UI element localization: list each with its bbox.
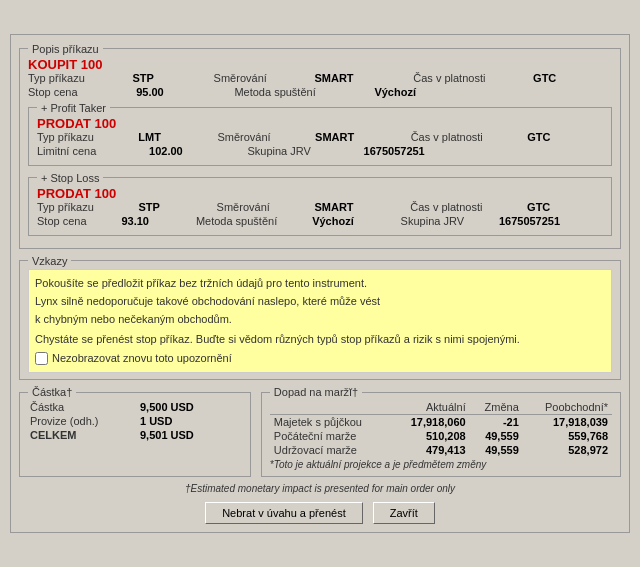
main-row2: Stop cena 95.00 Metoda spuštění Výchozí [28,86,612,98]
dopad-aktualni-2: 479,413 [391,443,470,457]
sl-stop-val: 93.10 [121,215,179,227]
dopad-aktualni-0: 17,918,060 [391,415,470,430]
main-action: KOUPIT 100 [28,57,612,72]
profit-row2: Limitní cena 102.00 Skupina JRV 16750572… [37,145,603,157]
castka-val-0: 9,500 USD [138,400,242,414]
sl-smer-label: Směrování [217,201,311,213]
dopad-footnote: *Toto je aktuální projekce a je předměte… [270,459,612,470]
dopad-row-1: Počáteční marže 510,208 49,559 559,768 [270,429,612,443]
vzkazy-line1: Pokoušíte se předložit příkaz bez tržníc… [35,276,605,291]
castka-row-2: CELKEM 9,501 USD [28,428,242,442]
pt-cas-val: GTC [527,131,591,143]
bottom-section: Částka† Částka 9,500 USD Provize (odh.) … [19,386,621,477]
cancel-button[interactable]: Nebrat v úvahu a přenést [205,502,363,524]
dopad-aktualni-1: 510,208 [391,429,470,443]
main-order-block: KOUPIT 100 Typ příkazu STP Směrování SMA… [28,57,612,98]
dopad-label-0: Majetek s půjčkou [270,415,391,430]
sl-cas-val: GTC [527,201,591,213]
castka-table: Částka 9,500 USD Provize (odh.) 1 USD CE… [28,400,242,442]
pt-jrv-val: 1675057251 [364,145,474,157]
smer-val-1: SMART [314,72,397,84]
sl-typ-val: STP [139,201,201,213]
sl-smer-val: SMART [314,201,394,213]
castka-block: Částka† Částka 9,500 USD Provize (odh.) … [19,386,251,477]
dopad-poob-0: 17,918,039 [523,415,612,430]
stop-label-1: Stop cena [28,86,132,98]
dopad-th-1: Aktuální [391,400,470,415]
dopad-th-2: Změna [470,400,523,415]
profit-taker-section: + Profit Taker PRODAT 100 Typ příkazu LM… [28,102,612,166]
dopad-poob-1: 559,768 [523,429,612,443]
pt-smer-val: SMART [315,131,395,143]
metoda-val-1: Výchozí [374,86,470,98]
castka-legend: Částka† [28,386,76,398]
vzkazy-line3: k chybným nebo nečekaným obchodům. [35,312,605,327]
profit-row1: Typ příkazu LMT Směrování SMART Čas v pl… [37,131,603,143]
vzkazy-legend: Vzkazy [28,255,71,267]
nezobrazovat-label: Nezobrazovat znovu toto upozornění [52,351,232,366]
sl-action: PRODAT 100 [37,186,603,201]
dopad-header-row: Aktuální Změna Poobchodní* [270,400,612,415]
vzkazy-line4: Chystáte se přenést stop příkaz. Buďte s… [35,332,605,347]
castka-label-0: Částka [28,400,138,414]
typ-label-1: Typ příkazu [28,72,129,84]
cas-label-1: Čas v platnosti [413,72,529,84]
cas-val-1: GTC [533,72,600,84]
sl-typ-label: Typ příkazu [37,201,135,213]
confirm-button[interactable]: Zavřít [373,502,435,524]
pt-lim-val: 102.00 [149,145,231,157]
sl-jrv-val: 1675057251 [499,215,591,227]
stop-loss-legend: + Stop Loss [37,172,103,184]
popis-legend: Popis příkazu [28,43,103,55]
main-footnote: †Estimated monetary impact is presented … [19,483,621,494]
dopad-row-2: Udržovací marže 479,413 49,559 528,972 [270,443,612,457]
dopad-zmena-0: -21 [470,415,523,430]
dopad-label-1: Počáteční marže [270,429,391,443]
castka-label-2: CELKEM [28,428,138,442]
pt-typ-val: LMT [138,131,201,143]
pt-typ-label: Typ příkazu [37,131,134,143]
typ-val-1: STP [133,72,198,84]
dopad-th-0 [270,400,391,415]
pt-smer-label: Směrování [217,131,311,143]
sl-row2: Stop cena 93.10 Metoda spuštění Výchozí … [37,215,603,227]
dopad-zmena-1: 49,559 [470,429,523,443]
castka-val-1: 1 USD [138,414,242,428]
pt-jrv-label: Skupina JRV [247,145,359,157]
stop-val-1: 95.00 [136,86,218,98]
profit-taker-legend: + Profit Taker [37,102,110,114]
main-window: Popis příkazu KOUPIT 100 Typ příkazu STP… [10,34,630,534]
castka-row-1: Provize (odh.) 1 USD [28,414,242,428]
checkbox-row: Nezobrazovat znovu toto upozornění [35,351,605,366]
smer-label-1: Směrování [214,72,311,84]
vzkazy-content: Pokoušíte se předložit příkaz bez tržníc… [28,269,612,374]
profit-action: PRODAT 100 [37,116,603,131]
sl-stop-label: Stop cena [37,215,117,227]
sl-metoda-label: Metoda spuštění [196,215,308,227]
dopad-zmena-2: 49,559 [470,443,523,457]
castka-val-2: 9,501 USD [138,428,242,442]
dopad-table: Aktuální Změna Poobchodní* Majetek s půj… [270,400,612,457]
castka-label-1: Provize (odh.) [28,414,138,428]
vzkazy-section: Vzkazy Pokoušíte se předložit příkaz bez… [19,255,621,381]
dopad-label-2: Udržovací marže [270,443,391,457]
pt-cas-label: Čas v platnosti [411,131,524,143]
sl-row1: Typ příkazu STP Směrování SMART Čas v pl… [37,201,603,213]
main-row1: Typ příkazu STP Směrování SMART Čas v pl… [28,72,612,84]
sl-jrv-label: Skupina JRV [401,215,495,227]
vzkazy-line2: Lynx silně nedoporučuje takové obchodová… [35,294,605,309]
dopad-block: Dopad na maržĭ† Aktuální Změna Poobchodn… [261,386,621,477]
dopad-th-3: Poobchodní* [523,400,612,415]
popis-section: Popis příkazu KOUPIT 100 Typ příkazu STP… [19,43,621,249]
dopad-legend: Dopad na maržĭ† [270,386,362,398]
sl-cas-label: Čas v platnosti [410,201,523,213]
stop-loss-section: + Stop Loss PRODAT 100 Typ příkazu STP S… [28,172,612,236]
dopad-poob-2: 528,972 [523,443,612,457]
nezobrazovat-checkbox[interactable] [35,352,48,365]
castka-row-0: Částka 9,500 USD [28,400,242,414]
dopad-row-0: Majetek s půjčkou 17,918,060 -21 17,918,… [270,415,612,430]
metoda-label-1: Metoda spuštění [234,86,370,98]
pt-lim-label: Limitní cena [37,145,145,157]
sl-metoda-val: Výchozí [312,215,384,227]
buttons-row: Nebrat v úvahu a přenést Zavřít [19,498,621,524]
